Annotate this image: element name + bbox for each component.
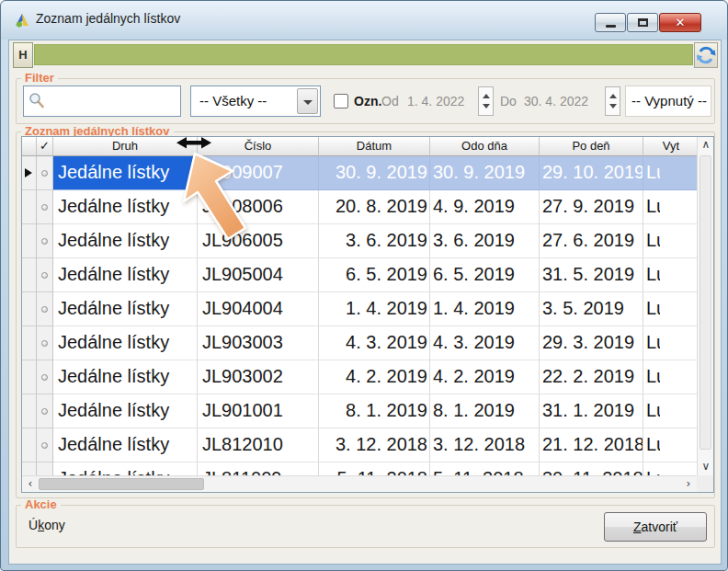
cell-vytvoril[interactable]: Lu bbox=[643, 190, 697, 224]
cell-vytvoril[interactable]: Lu bbox=[643, 428, 697, 463]
cell-odo-dna[interactable]: 1. 4. 2019 bbox=[430, 292, 540, 326]
cell-odo-dna[interactable]: 6. 5. 2019 bbox=[430, 258, 540, 292]
cell-odo-dna[interactable]: 8. 1. 2019 bbox=[430, 394, 540, 428]
cell-po-den[interactable]: 3. 5. 2019 bbox=[540, 292, 643, 326]
cell-datum[interactable]: 3. 6. 2019 bbox=[319, 224, 430, 258]
cell-vytvoril[interactable]: Lu bbox=[643, 258, 697, 292]
cell-druh[interactable]: Jedálne lístky bbox=[53, 394, 198, 428]
table-row[interactable]: Jedálne lístky JL901001 8. 1. 2019 8. 1.… bbox=[22, 394, 697, 428]
search-box[interactable] bbox=[23, 86, 181, 117]
chevron-down-icon bbox=[303, 100, 313, 105]
table-row[interactable]: Jedálne lístky JL906005 3. 6. 2019 3. 6.… bbox=[22, 224, 697, 258]
ukony-menu[interactable]: Úkony bbox=[28, 518, 65, 532]
cell-datum[interactable]: 3. 12. 2018 bbox=[319, 428, 430, 463]
cell-datum[interactable]: 4. 3. 2019 bbox=[319, 326, 430, 360]
cell-druh[interactable]: Jedálne lístky bbox=[53, 258, 198, 292]
cell-po-den[interactable]: 22. 2. 2019 bbox=[540, 360, 643, 394]
cell-druh[interactable]: Jedálne lístky bbox=[53, 428, 198, 463]
cell-po-den[interactable]: 29. 3. 2019 bbox=[540, 326, 643, 360]
ozn-checkbox-label[interactable]: Ozn. bbox=[354, 94, 381, 108]
cell-datum[interactable]: 4. 2. 2019 bbox=[319, 360, 430, 394]
cell-druh[interactable]: Jedálne lístky bbox=[53, 326, 198, 360]
table-row[interactable]: Jedálne lístky JL903003 4. 3. 2019 4. 3.… bbox=[22, 326, 697, 360]
scroll-up-icon[interactable]: ∧ bbox=[698, 137, 714, 154]
table-row[interactable]: Jedálne lístky JL904004 1. 4. 2019 1. 4.… bbox=[22, 292, 697, 326]
cell-cislo[interactable]: JL905004 bbox=[198, 258, 319, 292]
state-dropdown[interactable]: -- Vypnutý -- bbox=[625, 86, 711, 117]
table-row[interactable]: Jedálne lístky JL908006 20. 8. 2019 4. 9… bbox=[22, 190, 697, 224]
cell-po-den[interactable]: 30. 11. 2018 bbox=[540, 463, 643, 475]
header-po-den[interactable]: Po deň bbox=[540, 137, 643, 156]
cell-cislo[interactable]: JL901001 bbox=[198, 394, 319, 428]
table-row[interactable]: Jedálne lístky JL811009 5. 11. 2018 5. 1… bbox=[22, 463, 697, 475]
cell-druh[interactable]: Jedálne lístky bbox=[53, 292, 198, 326]
cell-odo-dna[interactable]: 3. 12. 2018 bbox=[430, 428, 540, 463]
h-toolbar-button[interactable]: H bbox=[13, 42, 33, 68]
cell-druh[interactable]: Jedálne lístky bbox=[53, 463, 198, 475]
scroll-left-icon[interactable]: ‹ bbox=[22, 476, 39, 493]
minimize-button[interactable] bbox=[595, 13, 626, 32]
vertical-scroll-thumb[interactable] bbox=[700, 155, 711, 450]
cell-po-den[interactable]: 27. 9. 2019 bbox=[540, 190, 643, 224]
cell-vytvoril[interactable]: Lu bbox=[643, 360, 697, 394]
date-from-spinner[interactable] bbox=[478, 86, 494, 116]
cell-druh[interactable]: Jedálne lístky bbox=[53, 360, 198, 394]
horizontal-scroll-thumb[interactable] bbox=[39, 478, 204, 490]
cell-cislo[interactable]: JL903002 bbox=[198, 360, 319, 394]
cell-datum[interactable]: 1. 4. 2019 bbox=[319, 292, 430, 326]
cell-odo-dna[interactable]: 4. 3. 2019 bbox=[430, 326, 540, 360]
cell-odo-dna[interactable]: 4. 2. 2019 bbox=[430, 360, 540, 394]
cell-po-den[interactable]: 29. 10. 2019 bbox=[540, 156, 643, 190]
cell-odo-dna[interactable]: 4. 9. 2019 bbox=[430, 190, 540, 224]
refresh-button[interactable] bbox=[694, 42, 718, 68]
table-row[interactable]: Jedálne lístky JL905004 6. 5. 2019 6. 5.… bbox=[22, 258, 697, 292]
cell-vytvoril[interactable]: Lu bbox=[643, 463, 697, 475]
cell-datum[interactable]: 30. 9. 2019 bbox=[319, 156, 430, 190]
cell-odo-dna[interactable]: 3. 6. 2019 bbox=[430, 224, 540, 258]
ozn-checkbox[interactable] bbox=[334, 94, 348, 108]
cell-po-den[interactable]: 27. 6. 2019 bbox=[540, 224, 643, 258]
cell-datum[interactable]: 20. 8. 2019 bbox=[319, 190, 430, 224]
type-dropdown[interactable]: -- Všetky -- bbox=[190, 86, 321, 117]
table-row[interactable]: Jedálne lístky JL812010 3. 12. 2018 3. 1… bbox=[22, 428, 697, 463]
date-to-value: 30. 4. 2022 bbox=[524, 94, 588, 108]
spin-down-icon[interactable] bbox=[483, 104, 490, 108]
spin-up-icon[interactable] bbox=[483, 94, 490, 98]
table-row[interactable]: Jedálne lístky JL909007 30. 9. 2019 30. … bbox=[22, 156, 697, 190]
search-input[interactable] bbox=[48, 89, 176, 113]
title-bar[interactable]: Zoznam jedálnych lístkov ✕ bbox=[1, 1, 727, 40]
cell-odo-dna[interactable]: 30. 9. 2019 bbox=[430, 156, 540, 190]
horizontal-scrollbar[interactable]: ‹ › bbox=[22, 475, 697, 492]
cell-vytvoril[interactable]: Lu bbox=[643, 292, 697, 326]
cell-datum[interactable]: 6. 5. 2019 bbox=[319, 258, 430, 292]
scroll-right-icon[interactable]: › bbox=[680, 476, 697, 493]
cell-cislo[interactable]: JL811009 bbox=[198, 463, 319, 475]
cell-cislo[interactable]: JL904004 bbox=[198, 292, 319, 326]
cell-datum[interactable]: 8. 1. 2019 bbox=[319, 394, 430, 428]
table-row[interactable]: Jedálne lístky JL903002 4. 2. 2019 4. 2.… bbox=[22, 360, 697, 394]
cell-po-den[interactable]: 31. 1. 2019 bbox=[540, 394, 643, 428]
header-datum[interactable]: Dátum bbox=[319, 137, 430, 156]
cell-vytvoril[interactable]: Lu bbox=[643, 394, 697, 428]
cell-cislo[interactable]: JL903003 bbox=[198, 326, 319, 360]
date-to-spinner[interactable] bbox=[605, 86, 620, 116]
header-vytvoril[interactable]: Vyt bbox=[643, 137, 697, 156]
cell-odo-dna[interactable]: 5. 11. 2018 bbox=[430, 463, 540, 475]
maximize-button[interactable] bbox=[627, 13, 658, 32]
cell-po-den[interactable]: 21. 12. 2018 bbox=[540, 428, 643, 463]
vertical-scrollbar[interactable]: ∧ ∨ bbox=[697, 137, 713, 475]
cell-vytvoril[interactable]: Lu bbox=[643, 326, 697, 360]
cell-vytvoril[interactable]: Lu bbox=[643, 224, 697, 258]
header-odo-dna[interactable]: Odo dňa bbox=[430, 137, 540, 156]
header-check[interactable]: ✓ bbox=[37, 137, 53, 156]
cell-vytvoril[interactable]: Lu bbox=[643, 156, 697, 190]
cell-po-den[interactable]: 31. 5. 2019 bbox=[540, 258, 643, 292]
scroll-down-icon[interactable]: ∨ bbox=[698, 459, 714, 475]
cell-datum[interactable]: 5. 11. 2018 bbox=[319, 463, 430, 475]
close-dialog-button[interactable]: Zatvoriť bbox=[604, 512, 707, 542]
close-window-button[interactable]: ✕ bbox=[659, 13, 701, 32]
cell-cislo[interactable]: JL812010 bbox=[198, 428, 319, 463]
type-dropdown-button[interactable] bbox=[297, 88, 318, 114]
spin-up-icon[interactable] bbox=[609, 94, 617, 98]
spin-down-icon[interactable] bbox=[609, 104, 617, 108]
